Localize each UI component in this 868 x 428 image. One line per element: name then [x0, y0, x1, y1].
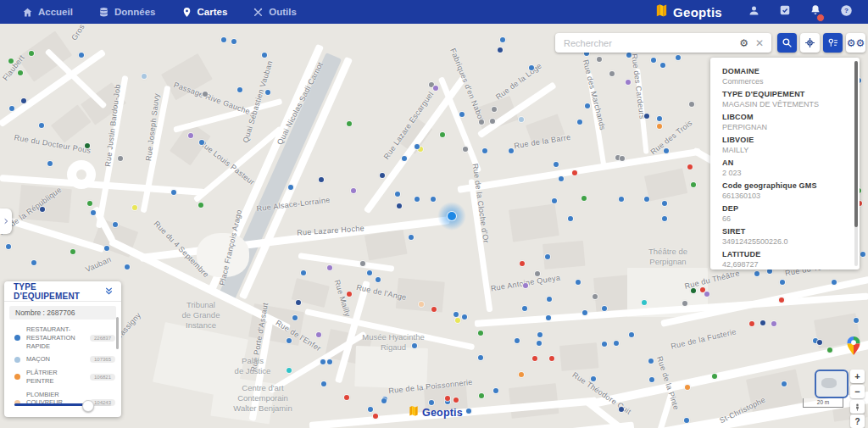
map-point[interactable]: [440, 132, 445, 137]
map-point[interactable]: [576, 280, 581, 285]
map-point[interactable]: [221, 37, 226, 42]
map-point[interactable]: [479, 120, 484, 125]
map-point[interactable]: [376, 277, 381, 282]
map-point[interactable]: [319, 177, 324, 182]
map-point[interactable]: [626, 80, 631, 85]
map-point[interactable]: [662, 201, 667, 206]
map-point[interactable]: [368, 407, 373, 412]
map-point[interactable]: [478, 331, 483, 336]
map-point[interactable]: [463, 147, 468, 152]
map-point[interactable]: [142, 74, 147, 79]
search-settings-icon[interactable]: ⚙: [739, 38, 748, 48]
pegman-button[interactable]: [850, 400, 865, 414]
map-point[interactable]: [104, 246, 109, 251]
map-point[interactable]: [351, 188, 356, 193]
locate-button[interactable]: [800, 33, 820, 53]
map-point[interactable]: [676, 55, 681, 60]
map-point[interactable]: [373, 414, 378, 419]
map-point[interactable]: [749, 321, 754, 326]
map-point[interactable]: [320, 359, 326, 364]
map-point[interactable]: [662, 216, 667, 221]
bell-button[interactable]: [810, 4, 821, 19]
map-point[interactable]: [582, 310, 587, 315]
map-point[interactable]: [39, 123, 44, 128]
map-point[interactable]: [771, 321, 776, 326]
map-point[interactable]: [455, 318, 460, 323]
map-point[interactable]: [453, 312, 459, 317]
map-point[interactable]: [360, 261, 365, 266]
map-point[interactable]: [614, 341, 619, 346]
slider-thumb[interactable]: [82, 400, 94, 412]
map-point[interactable]: [685, 385, 690, 390]
map-point[interactable]: [85, 143, 90, 148]
map-point[interactable]: [522, 306, 527, 311]
map-point[interactable]: [292, 315, 298, 320]
map-point[interactable]: [347, 121, 352, 126]
map-point[interactable]: [689, 102, 694, 107]
map-point[interactable]: [188, 133, 193, 138]
map-point[interactable]: [125, 264, 130, 270]
map-point[interactable]: [529, 65, 534, 70]
nav-item-données[interactable]: Données: [98, 7, 156, 18]
map-point[interactable]: [409, 235, 414, 240]
search-input[interactable]: [555, 38, 739, 48]
map-point[interactable]: [478, 355, 483, 360]
nav-item-accueil[interactable]: Accueil: [22, 7, 73, 18]
map-point[interactable]: [642, 300, 647, 305]
search-clear-icon[interactable]: ✕: [755, 38, 764, 48]
map-point[interactable]: [619, 407, 624, 412]
map-point[interactable]: [691, 182, 696, 187]
map-point[interactable]: [301, 270, 306, 275]
left-panel-expander[interactable]: [0, 208, 12, 234]
map-point[interactable]: [171, 190, 176, 195]
map-point[interactable]: [47, 161, 53, 166]
map-point[interactable]: [367, 270, 372, 275]
map-point[interactable]: [644, 114, 649, 119]
map-point[interactable]: [70, 249, 75, 254]
map-point[interactable]: [712, 374, 717, 379]
map-point[interactable]: [380, 173, 385, 178]
overview-minimap[interactable]: [815, 370, 849, 398]
map-point[interactable]: [6, 244, 11, 249]
map-point[interactable]: [287, 338, 292, 343]
map-point[interactable]: [554, 162, 559, 167]
map-point[interactable]: [288, 185, 293, 190]
map-point[interactable]: [593, 294, 598, 299]
map-point[interactable]: [509, 148, 514, 153]
map-point[interactable]: [9, 106, 14, 111]
user-button[interactable]: [748, 4, 760, 20]
map-point[interactable]: [31, 260, 36, 265]
map-point[interactable]: [537, 332, 542, 337]
zoom-out-button[interactable]: −: [850, 385, 865, 398]
map-point[interactable]: [231, 39, 236, 44]
nav-item-outils[interactable]: Outils: [253, 7, 297, 18]
collapse-chevrons-icon[interactable]: [104, 284, 114, 299]
legend-item[interactable]: MAÇON107365: [4, 353, 121, 366]
map-point[interactable]: [546, 315, 551, 320]
map-point[interactable]: [860, 252, 865, 257]
map-point[interactable]: [657, 116, 662, 121]
map-point[interactable]: [602, 342, 607, 347]
map-point[interactable]: [492, 107, 497, 112]
map-point[interactable]: [479, 393, 484, 398]
map-point[interactable]: [459, 112, 465, 117]
map-point[interactable]: [462, 314, 467, 320]
map-point[interactable]: [684, 418, 689, 423]
map-point[interactable]: [431, 307, 437, 312]
map-point[interactable]: [347, 292, 352, 297]
map-point[interactable]: [620, 156, 625, 161]
map-point[interactable]: [817, 340, 822, 345]
legend-scrollbar[interactable]: [116, 317, 119, 349]
map-point[interactable]: [704, 292, 709, 297]
map-point[interactable]: [327, 359, 332, 364]
map-point[interactable]: [203, 92, 208, 97]
map-point[interactable]: [535, 271, 540, 276]
map-point[interactable]: [431, 197, 436, 202]
map-point[interactable]: [21, 98, 26, 103]
map-point[interactable]: [523, 283, 528, 288]
map-point[interactable]: [445, 396, 450, 401]
map-point[interactable]: [397, 203, 402, 208]
map-point[interactable]: [493, 388, 498, 393]
map-point[interactable]: [854, 318, 859, 323]
map-point[interactable]: [287, 368, 292, 373]
